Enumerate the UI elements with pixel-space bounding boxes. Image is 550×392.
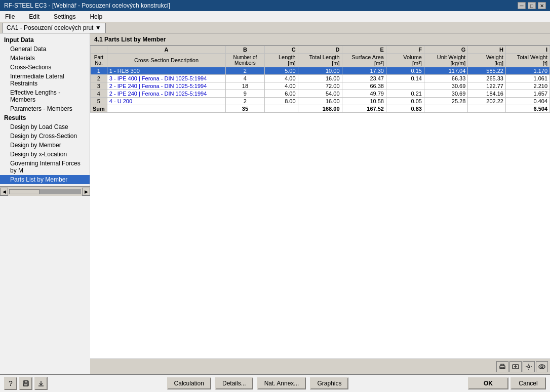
cell-total-weight-5: 0.404 — [505, 98, 549, 105]
col-letter-i: I — [505, 46, 549, 54]
cell-weight-2: 265.33 — [468, 75, 506, 82]
cell-volume-5: 0.05 — [386, 98, 424, 105]
sidebar-item-parameters-members[interactable]: Parameters - Members — [0, 104, 90, 113]
sidebar-item-design-member[interactable]: Design by Member — [0, 141, 90, 150]
help-button[interactable]: ? — [4, 377, 17, 390]
scroll-left-arrow[interactable]: ◀ — [0, 188, 8, 196]
print-button[interactable] — [496, 361, 508, 372]
tab-ca1[interactable]: CA1 - Posouzení ocelových prut ▼ — [2, 23, 106, 33]
sidebar-section-input: Input Data — [0, 35, 90, 45]
scroll-right-arrow[interactable]: ▶ — [82, 188, 90, 196]
cancel-button[interactable]: Cancel — [510, 377, 546, 389]
cell-sum-cross-section — [107, 105, 225, 113]
cell-surface-area-1: 17.30 — [342, 67, 386, 75]
title-bar: RF-STEEL EC3 - [Webinář - Posouzení ocel… — [0, 0, 550, 11]
col-header-total-weight: Total Weight[t] — [505, 54, 549, 67]
col-header-surface-area: Surface Area[m²] — [342, 54, 386, 67]
menu-edit[interactable]: Edit — [26, 12, 43, 21]
table-row[interactable]: 1 1 - HEB 300 2 5.00 10.00 17.30 0.15 11… — [91, 67, 550, 75]
cell-weight-3: 122.77 — [468, 82, 506, 90]
ok-button[interactable]: OK — [468, 377, 508, 389]
cell-unit-weight-1: 117.04 — [424, 67, 467, 75]
bottom-toolbar — [90, 359, 550, 374]
cell-total-length-5: 16.00 — [298, 98, 342, 105]
table-row[interactable]: 4 2 - IPE 240 | Ferona - DIN 1025-5:1994… — [91, 90, 550, 98]
calculation-button[interactable]: Calculation — [167, 377, 211, 389]
cell-cross-section-5: 4 - U 200 — [107, 98, 225, 105]
col-header-unit-weight: Unit Weight[kg/m] — [424, 54, 467, 67]
sidebar: Input Data General Data Materials Cross-… — [0, 33, 90, 186]
table-row[interactable]: 2 3 - IPE 400 | Ferona - DIN 1025-5:1994… — [91, 75, 550, 82]
table-row[interactable]: 5 4 - U 200 2 8.00 16.00 10.58 0.05 25.2… — [91, 98, 550, 105]
maximize-button[interactable]: □ — [528, 2, 536, 9]
cell-unit-weight-2: 66.33 — [424, 75, 467, 82]
table-area[interactable]: A B C D E F G H I PartNo. Cross-Se — [90, 46, 550, 359]
col-header-num-members: Number ofMembers — [226, 54, 264, 67]
sidebar-scrollbar: ◀ ▶ — [0, 186, 90, 196]
details-button[interactable]: Details... — [215, 377, 253, 389]
col-header-volume: Volume[m³] — [386, 54, 424, 67]
menu-file[interactable]: File — [2, 12, 18, 21]
graphics-button[interactable]: Graphics — [310, 377, 348, 389]
cell-surface-area-3: 66.38 — [342, 82, 386, 90]
cell-partno-1: 1 — [91, 67, 107, 75]
cell-weight-5: 202.22 — [468, 98, 506, 105]
save-button[interactable] — [19, 377, 32, 390]
export-button[interactable] — [509, 361, 522, 372]
cell-surface-area-4: 49.79 — [342, 90, 386, 98]
cell-sum-unit-weight — [424, 105, 467, 113]
col-header-length: Length[m] — [264, 54, 298, 67]
menu-settings[interactable]: Settings — [51, 12, 78, 21]
footer: ? Calculation Details... Nat. Annex... G… — [0, 374, 550, 392]
col-header-cross-section: Cross-Section Description — [107, 54, 225, 67]
cell-volume-2: 0.14 — [386, 75, 424, 82]
sidebar-item-design-load-case[interactable]: Design by Load Case — [0, 122, 90, 132]
scroll-thumb[interactable] — [9, 189, 40, 194]
view-button[interactable] — [536, 361, 548, 372]
cell-total-weight-3: 2.210 — [505, 82, 549, 90]
cell-num-members-2: 4 — [226, 75, 264, 82]
col-letter-h: H — [468, 46, 506, 54]
cell-surface-area-5: 10.58 — [342, 98, 386, 105]
table-row[interactable]: 3 2 - IPE 240 | Ferona - DIN 1025-5:1994… — [91, 82, 550, 90]
table-sum-row: Sum 35 168.00 167.52 0.83 6.504 — [91, 105, 550, 113]
cell-volume-4: 0.21 — [386, 90, 424, 98]
svg-point-3 — [528, 366, 530, 368]
cell-length-4: 6.00 — [264, 90, 298, 98]
cell-partno-4: 4 — [91, 90, 107, 98]
parts-list-table: A B C D E F G H I PartNo. Cross-Se — [90, 46, 550, 113]
sidebar-item-cross-sections[interactable]: Cross-Sections — [0, 63, 90, 72]
col-header-total-length: Total Length[m] — [298, 54, 342, 67]
minimize-button[interactable]: ─ — [518, 2, 526, 9]
sidebar-item-materials[interactable]: Materials — [0, 54, 90, 63]
window-controls: ─ □ ✕ — [518, 2, 546, 9]
cell-length-5: 8.00 — [264, 98, 298, 105]
export-icon-button[interactable] — [34, 377, 48, 390]
settings-icon-button[interactable] — [523, 361, 535, 372]
menu-bar: File Edit Settings Help — [0, 11, 550, 22]
sidebar-item-governing-internal[interactable]: Governing Internal Forces by M — [0, 159, 90, 175]
menu-help[interactable]: Help — [87, 12, 105, 21]
sidebar-item-general-data[interactable]: General Data — [0, 45, 90, 54]
nat-annex-button[interactable]: Nat. Annex... — [257, 377, 306, 389]
cell-num-members-1: 2 — [226, 67, 264, 75]
col-letter-b: B — [226, 46, 264, 54]
close-button[interactable]: ✕ — [538, 2, 546, 9]
col-letter-f: F — [386, 46, 424, 54]
sidebar-item-effective-lengths[interactable]: Effective Lengths - Members — [0, 88, 90, 104]
cell-sum-total-length: 168.00 — [298, 105, 342, 113]
col-letter-d: D — [298, 46, 342, 54]
svg-rect-8 — [24, 384, 28, 386]
cell-unit-weight-4: 30.69 — [424, 90, 467, 98]
window-title: RF-STEEL EC3 - [Webinář - Posouzení ocel… — [4, 2, 170, 9]
cell-volume-3 — [386, 82, 424, 90]
sidebar-item-intermediate-lateral[interactable]: Intermediate Lateral Restraints — [0, 72, 90, 88]
sidebar-item-design-cross-section[interactable]: Design by Cross-Section — [0, 132, 90, 141]
sidebar-item-parts-list[interactable]: Parts List by Member — [0, 175, 90, 184]
sidebar-item-design-x-location[interactable]: Design by x-Location — [0, 150, 90, 159]
cell-total-length-2: 16.00 — [298, 75, 342, 82]
cell-total-weight-4: 1.657 — [505, 90, 549, 98]
cell-weight-4: 184.16 — [468, 90, 506, 98]
cell-sum-surface-area: 167.52 — [342, 105, 386, 113]
cell-partno-5: 5 — [91, 98, 107, 105]
